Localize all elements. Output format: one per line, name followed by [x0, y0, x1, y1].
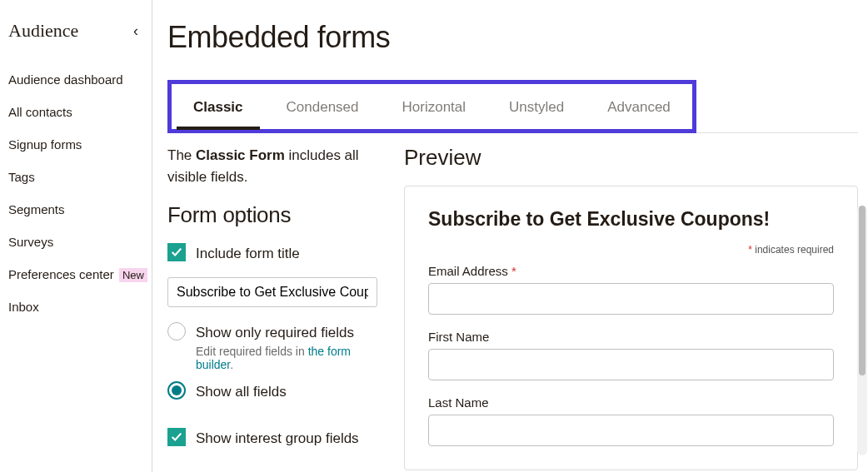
preview-heading: Preview	[404, 145, 858, 171]
check-icon	[171, 246, 182, 258]
new-badge: New	[119, 268, 147, 282]
required-note-text: indicates required	[755, 244, 834, 256]
tab-label: Condensed	[287, 99, 359, 115]
hint-text: Edit required fields in	[196, 345, 308, 358]
tab-classic[interactable]: Classic	[172, 84, 265, 129]
preview-field-email: Email Address *	[428, 264, 834, 315]
preview-field-lastname: Last Name	[428, 395, 834, 446]
firstname-input[interactable]	[428, 349, 834, 380]
required-note: * indicates required	[428, 244, 834, 256]
tabs: Classic Condensed Horizontal Unstyled Ad…	[172, 84, 692, 129]
sidebar-item-preferences-center[interactable]: Preferences center New	[8, 258, 152, 291]
sidebar-item-label: Inbox	[8, 300, 39, 314]
sidebar-item-label: Audience dashboard	[8, 72, 123, 87]
sidebar-item-all-contacts[interactable]: All contacts	[8, 96, 152, 128]
field-label: Last Name	[428, 395, 834, 410]
form-title-input[interactable]	[167, 277, 377, 307]
preview-panel: Subscribe to Get Exclusive Coupons! * in…	[404, 186, 858, 470]
field-label: First Name	[428, 330, 834, 344]
sidebar-item-segments[interactable]: Segments	[8, 193, 152, 226]
form-options-heading: Form options	[167, 202, 377, 228]
show-required-hint: Edit required fields in the form builder…	[196, 345, 377, 371]
tab-horizontal[interactable]: Horizontal	[381, 84, 488, 129]
tab-label: Horizontal	[402, 99, 466, 115]
show-required-radio[interactable]	[167, 322, 186, 340]
sidebar: Audience ‹ Audience dashboard All contac…	[0, 0, 152, 472]
field-label: Email Address *	[428, 264, 834, 278]
lastname-input[interactable]	[428, 415, 834, 446]
preview-form-title: Subscribe to Get Exclusive Coupons!	[428, 208, 834, 231]
include-title-label: Include form title	[196, 243, 300, 264]
page-title: Embedded forms	[167, 20, 858, 55]
tab-label: Unstyled	[509, 99, 564, 115]
sidebar-item-label: Surveys	[8, 235, 53, 249]
tab-advanced[interactable]: Advanced	[586, 84, 692, 129]
sidebar-item-surveys[interactable]: Surveys	[8, 226, 152, 258]
tab-condensed[interactable]: Condensed	[265, 84, 381, 129]
email-input[interactable]	[428, 283, 834, 315]
field-label-text: Email Address	[428, 264, 508, 278]
asterisk-icon: *	[748, 244, 752, 256]
main-content: Embedded forms Classic Condensed Horizon…	[152, 0, 868, 472]
show-all-label: Show all fields	[196, 381, 287, 402]
scrollbar-track[interactable]	[857, 206, 867, 455]
include-title-checkbox[interactable]	[167, 243, 186, 261]
sidebar-item-label: Segments	[8, 202, 65, 216]
show-all-radio[interactable]	[167, 381, 186, 400]
option-show-interest: Show interest group fields	[167, 428, 377, 449]
sidebar-item-inbox[interactable]: Inbox	[8, 291, 152, 323]
tab-label: Classic	[193, 99, 243, 115]
option-show-all: Show all fields	[167, 381, 377, 402]
option-include-title: Include form title	[167, 243, 377, 264]
sidebar-item-label: Preferences center	[8, 267, 114, 281]
tab-label: Advanced	[607, 99, 671, 115]
option-show-required: Show only required fields Edit required …	[167, 322, 377, 371]
desc-strong: Classic Form	[196, 147, 285, 163]
sidebar-item-audience-dashboard[interactable]: Audience dashboard	[8, 63, 152, 96]
sidebar-item-signup-forms[interactable]: Signup forms	[8, 128, 152, 161]
desc-text: The	[167, 147, 196, 163]
collapse-icon[interactable]: ‹	[133, 22, 138, 40]
asterisk-icon: *	[511, 264, 516, 278]
preview-field-firstname: First Name	[428, 330, 834, 380]
tabs-highlight-box: Classic Condensed Horizontal Unstyled Ad…	[167, 80, 696, 133]
sidebar-item-tags[interactable]: Tags	[8, 161, 152, 193]
sidebar-item-label: Tags	[8, 170, 35, 184]
form-description: The Classic Form includes all visible fi…	[167, 145, 377, 187]
hint-text: .	[230, 358, 233, 371]
sidebar-item-label: All contacts	[8, 105, 72, 119]
sidebar-title: Audience	[8, 20, 78, 42]
scrollbar-thumb[interactable]	[859, 206, 866, 375]
show-required-label: Show only required fields	[196, 322, 377, 343]
tab-unstyled[interactable]: Unstyled	[487, 84, 586, 129]
check-icon	[171, 431, 182, 443]
show-interest-label: Show interest group fields	[196, 428, 359, 449]
sidebar-item-label: Signup forms	[8, 137, 82, 152]
show-interest-checkbox[interactable]	[167, 428, 186, 446]
